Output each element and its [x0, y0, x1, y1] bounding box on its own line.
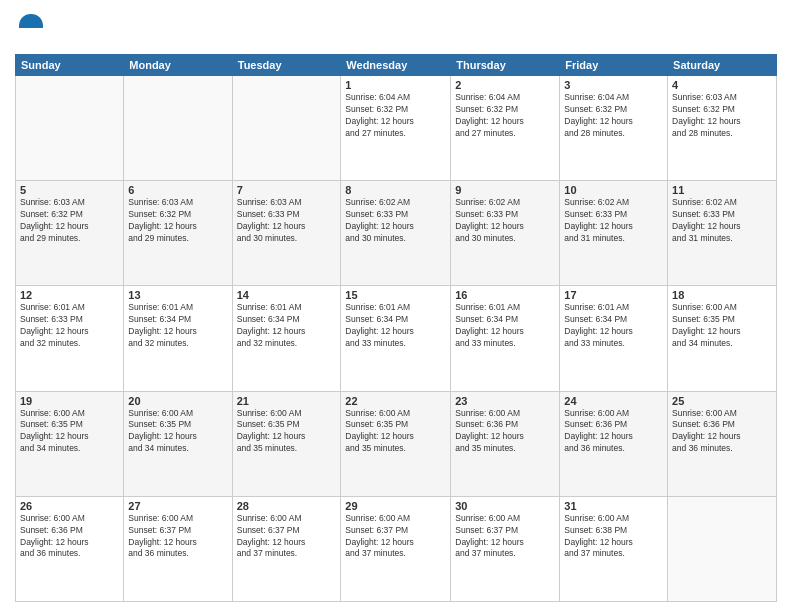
day-number: 2 [455, 79, 555, 91]
calendar-table: SundayMondayTuesdayWednesdayThursdayFrid… [15, 54, 777, 602]
day-info: Sunrise: 6:02 AM Sunset: 6:33 PM Dayligh… [455, 197, 555, 245]
day-number: 22 [345, 395, 446, 407]
day-info: Sunrise: 6:00 AM Sunset: 6:37 PM Dayligh… [455, 513, 555, 561]
day-number: 9 [455, 184, 555, 196]
day-number: 1 [345, 79, 446, 91]
calendar-cell: 12Sunrise: 6:01 AM Sunset: 6:33 PM Dayli… [16, 286, 124, 391]
weekday-sunday: Sunday [16, 55, 124, 76]
day-info: Sunrise: 6:00 AM Sunset: 6:35 PM Dayligh… [128, 408, 227, 456]
day-info: Sunrise: 6:00 AM Sunset: 6:35 PM Dayligh… [672, 302, 772, 350]
day-number: 31 [564, 500, 663, 512]
day-info: Sunrise: 6:01 AM Sunset: 6:34 PM Dayligh… [128, 302, 227, 350]
weekday-header-row: SundayMondayTuesdayWednesdayThursdayFrid… [16, 55, 777, 76]
day-number: 7 [237, 184, 337, 196]
day-info: Sunrise: 6:01 AM Sunset: 6:34 PM Dayligh… [237, 302, 337, 350]
day-number: 30 [455, 500, 555, 512]
day-number: 10 [564, 184, 663, 196]
calendar-cell: 15Sunrise: 6:01 AM Sunset: 6:34 PM Dayli… [341, 286, 451, 391]
calendar-cell: 23Sunrise: 6:00 AM Sunset: 6:36 PM Dayli… [451, 391, 560, 496]
calendar-cell: 4Sunrise: 6:03 AM Sunset: 6:32 PM Daylig… [668, 76, 777, 181]
calendar-week-1: 1Sunrise: 6:04 AM Sunset: 6:32 PM Daylig… [16, 76, 777, 181]
calendar-cell: 5Sunrise: 6:03 AM Sunset: 6:32 PM Daylig… [16, 181, 124, 286]
day-info: Sunrise: 6:00 AM Sunset: 6:36 PM Dayligh… [672, 408, 772, 456]
weekday-tuesday: Tuesday [232, 55, 341, 76]
header [15, 10, 777, 46]
calendar-cell: 10Sunrise: 6:02 AM Sunset: 6:33 PM Dayli… [560, 181, 668, 286]
calendar-cell: 19Sunrise: 6:00 AM Sunset: 6:35 PM Dayli… [16, 391, 124, 496]
day-number: 13 [128, 289, 227, 301]
day-number: 23 [455, 395, 555, 407]
calendar-cell: 26Sunrise: 6:00 AM Sunset: 6:36 PM Dayli… [16, 496, 124, 601]
day-number: 28 [237, 500, 337, 512]
day-info: Sunrise: 6:04 AM Sunset: 6:32 PM Dayligh… [564, 92, 663, 140]
calendar-week-3: 12Sunrise: 6:01 AM Sunset: 6:33 PM Dayli… [16, 286, 777, 391]
calendar-cell [124, 76, 232, 181]
day-info: Sunrise: 6:00 AM Sunset: 6:37 PM Dayligh… [128, 513, 227, 561]
weekday-monday: Monday [124, 55, 232, 76]
page-container: SundayMondayTuesdayWednesdayThursdayFrid… [0, 0, 792, 612]
day-info: Sunrise: 6:00 AM Sunset: 6:35 PM Dayligh… [345, 408, 446, 456]
calendar-cell: 9Sunrise: 6:02 AM Sunset: 6:33 PM Daylig… [451, 181, 560, 286]
calendar-cell: 8Sunrise: 6:02 AM Sunset: 6:33 PM Daylig… [341, 181, 451, 286]
calendar-cell [668, 496, 777, 601]
day-info: Sunrise: 6:02 AM Sunset: 6:33 PM Dayligh… [672, 197, 772, 245]
calendar-cell: 28Sunrise: 6:00 AM Sunset: 6:37 PM Dayli… [232, 496, 341, 601]
calendar-header: SundayMondayTuesdayWednesdayThursdayFrid… [16, 55, 777, 76]
calendar-cell: 13Sunrise: 6:01 AM Sunset: 6:34 PM Dayli… [124, 286, 232, 391]
day-number: 18 [672, 289, 772, 301]
calendar-cell: 20Sunrise: 6:00 AM Sunset: 6:35 PM Dayli… [124, 391, 232, 496]
day-number: 3 [564, 79, 663, 91]
day-info: Sunrise: 6:04 AM Sunset: 6:32 PM Dayligh… [345, 92, 446, 140]
day-number: 17 [564, 289, 663, 301]
calendar-cell [16, 76, 124, 181]
day-info: Sunrise: 6:01 AM Sunset: 6:34 PM Dayligh… [564, 302, 663, 350]
calendar-cell: 6Sunrise: 6:03 AM Sunset: 6:32 PM Daylig… [124, 181, 232, 286]
calendar-week-4: 19Sunrise: 6:00 AM Sunset: 6:35 PM Dayli… [16, 391, 777, 496]
day-number: 20 [128, 395, 227, 407]
day-info: Sunrise: 6:01 AM Sunset: 6:33 PM Dayligh… [20, 302, 119, 350]
calendar-cell: 17Sunrise: 6:01 AM Sunset: 6:34 PM Dayli… [560, 286, 668, 391]
calendar-cell: 16Sunrise: 6:01 AM Sunset: 6:34 PM Dayli… [451, 286, 560, 391]
calendar-week-2: 5Sunrise: 6:03 AM Sunset: 6:32 PM Daylig… [16, 181, 777, 286]
calendar-cell: 21Sunrise: 6:00 AM Sunset: 6:35 PM Dayli… [232, 391, 341, 496]
day-number: 24 [564, 395, 663, 407]
calendar-cell: 2Sunrise: 6:04 AM Sunset: 6:32 PM Daylig… [451, 76, 560, 181]
calendar-cell: 3Sunrise: 6:04 AM Sunset: 6:32 PM Daylig… [560, 76, 668, 181]
day-info: Sunrise: 6:00 AM Sunset: 6:38 PM Dayligh… [564, 513, 663, 561]
day-number: 15 [345, 289, 446, 301]
calendar-week-5: 26Sunrise: 6:00 AM Sunset: 6:36 PM Dayli… [16, 496, 777, 601]
svg-rect-0 [19, 26, 43, 28]
day-number: 4 [672, 79, 772, 91]
day-info: Sunrise: 6:00 AM Sunset: 6:35 PM Dayligh… [237, 408, 337, 456]
weekday-friday: Friday [560, 55, 668, 76]
day-number: 14 [237, 289, 337, 301]
day-info: Sunrise: 6:01 AM Sunset: 6:34 PM Dayligh… [455, 302, 555, 350]
logo [15, 10, 51, 46]
calendar-cell: 25Sunrise: 6:00 AM Sunset: 6:36 PM Dayli… [668, 391, 777, 496]
calendar-body: 1Sunrise: 6:04 AM Sunset: 6:32 PM Daylig… [16, 76, 777, 602]
calendar-cell: 27Sunrise: 6:00 AM Sunset: 6:37 PM Dayli… [124, 496, 232, 601]
day-info: Sunrise: 6:00 AM Sunset: 6:37 PM Dayligh… [237, 513, 337, 561]
day-number: 6 [128, 184, 227, 196]
day-number: 19 [20, 395, 119, 407]
day-number: 16 [455, 289, 555, 301]
logo-icon [15, 10, 47, 42]
calendar-cell: 11Sunrise: 6:02 AM Sunset: 6:33 PM Dayli… [668, 181, 777, 286]
weekday-wednesday: Wednesday [341, 55, 451, 76]
day-number: 5 [20, 184, 119, 196]
day-info: Sunrise: 6:02 AM Sunset: 6:33 PM Dayligh… [345, 197, 446, 245]
day-info: Sunrise: 6:03 AM Sunset: 6:32 PM Dayligh… [128, 197, 227, 245]
day-number: 8 [345, 184, 446, 196]
day-number: 11 [672, 184, 772, 196]
day-info: Sunrise: 6:04 AM Sunset: 6:32 PM Dayligh… [455, 92, 555, 140]
calendar-cell: 18Sunrise: 6:00 AM Sunset: 6:35 PM Dayli… [668, 286, 777, 391]
weekday-thursday: Thursday [451, 55, 560, 76]
day-info: Sunrise: 6:00 AM Sunset: 6:36 PM Dayligh… [20, 513, 119, 561]
calendar-cell: 24Sunrise: 6:00 AM Sunset: 6:36 PM Dayli… [560, 391, 668, 496]
day-info: Sunrise: 6:03 AM Sunset: 6:32 PM Dayligh… [672, 92, 772, 140]
calendar-cell: 22Sunrise: 6:00 AM Sunset: 6:35 PM Dayli… [341, 391, 451, 496]
day-number: 21 [237, 395, 337, 407]
day-info: Sunrise: 6:03 AM Sunset: 6:33 PM Dayligh… [237, 197, 337, 245]
day-info: Sunrise: 6:00 AM Sunset: 6:37 PM Dayligh… [345, 513, 446, 561]
day-number: 12 [20, 289, 119, 301]
